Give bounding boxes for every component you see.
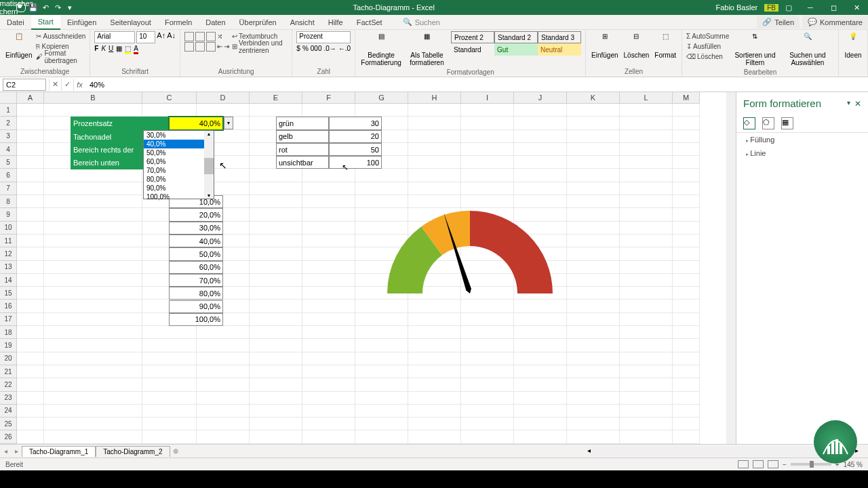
grid-cell[interactable] [461, 430, 514, 443]
cell-style-neutral[interactable]: Neutral [538, 43, 581, 56]
grid-cell[interactable] [567, 235, 620, 247]
column-header[interactable]: B [44, 92, 142, 104]
tab-formeln[interactable]: Formeln [158, 16, 199, 29]
table2-label[interactable]: grün [276, 117, 329, 129]
grid-cell[interactable] [408, 339, 461, 352]
grid-cell[interactable] [673, 392, 700, 405]
grid-cell[interactable] [461, 274, 514, 287]
grid-cell[interactable] [44, 182, 142, 195]
grid-cell[interactable] [461, 169, 514, 182]
grid-cell[interactable] [355, 222, 408, 235]
grid-cell[interactable] [250, 104, 302, 117]
grid-cell[interactable] [514, 208, 567, 221]
grid-cell[interactable] [461, 352, 514, 365]
grid-cell[interactable] [250, 300, 302, 312]
grid-cell[interactable] [514, 287, 567, 300]
grid-cell[interactable] [620, 247, 673, 260]
pane-fill-section[interactable]: Füllung [736, 133, 868, 146]
grid-cell[interactable] [408, 430, 461, 443]
view-pagelayout-button[interactable] [753, 460, 764, 468]
undo-icon[interactable]: ↶ [41, 3, 50, 12]
grid-cell[interactable] [142, 430, 197, 443]
grid-cell[interactable] [302, 274, 355, 287]
list-cell[interactable]: 90,0% [169, 300, 223, 313]
pane-line-section[interactable]: Linie [736, 146, 868, 160]
sort-filter-button[interactable]: ⇅Sortieren und Filtern [732, 31, 778, 68]
grid-cell[interactable] [673, 222, 700, 235]
grid-cell[interactable] [250, 287, 302, 300]
grid-cell[interactable] [355, 195, 408, 208]
grid-cell[interactable] [620, 430, 673, 443]
list-cell[interactable]: 10,0% [169, 195, 223, 208]
bold-button[interactable]: F [94, 45, 98, 54]
grid-cell[interactable] [673, 352, 700, 365]
grid-cell[interactable] [461, 143, 514, 156]
grid-cell[interactable] [302, 182, 355, 195]
grid-cell[interactable] [567, 430, 620, 443]
grid-cell[interactable] [408, 222, 461, 235]
font-size-select[interactable]: 10 [136, 31, 155, 43]
conditional-formatting-button[interactable]: ▤Bedingte Formatierung [359, 31, 402, 68]
cell-style-standard[interactable]: Standard [451, 43, 494, 56]
insert-cells-button[interactable]: ⊞Einfügen [590, 31, 619, 60]
grid-cell[interactable] [567, 300, 620, 312]
grid-cell[interactable] [302, 247, 355, 260]
grid-cell[interactable] [567, 326, 620, 339]
grid-cell[interactable] [567, 313, 620, 326]
align-bottom-icon[interactable] [206, 32, 216, 41]
tab-einfuegen[interactable]: Einfügen [60, 16, 103, 29]
grid-cell[interactable] [302, 418, 355, 430]
cell-b4[interactable]: Bereich rechts der [71, 143, 169, 157]
cell-c2[interactable]: 40,0% [169, 117, 223, 130]
grid-cell[interactable] [567, 117, 620, 129]
grid-cell[interactable] [514, 313, 567, 326]
grid-cell[interactable] [17, 130, 44, 143]
grid-cell[interactable] [461, 208, 514, 221]
table2-label[interactable]: unsichtbar [276, 156, 329, 169]
tab-daten[interactable]: Daten [199, 16, 232, 29]
grid-cell[interactable] [461, 339, 514, 352]
grid-cell[interactable] [302, 326, 355, 339]
autosum-button[interactable]: Σ AutoSumme [686, 31, 729, 41]
grid-cell[interactable] [567, 222, 620, 235]
increase-decimal-button[interactable]: .0→ [323, 45, 336, 52]
grid-cell[interactable] [44, 326, 142, 339]
grid-cell[interactable] [250, 378, 302, 391]
name-box[interactable]: C2 [3, 79, 46, 91]
list-cell[interactable]: 60,0% [169, 261, 223, 274]
grid-cell[interactable] [567, 418, 620, 430]
grid-cell[interactable] [673, 418, 700, 430]
grid-cell[interactable] [408, 130, 461, 143]
tell-me-search[interactable]: 🔍 Suchen [403, 18, 440, 26]
grid-cell[interactable] [302, 261, 355, 274]
grid-cell[interactable] [44, 235, 142, 247]
grid-cell[interactable] [302, 365, 355, 378]
ribbon-display-icon[interactable]: ▢ [785, 3, 792, 12]
grid-cell[interactable] [302, 313, 355, 326]
grid-cell[interactable] [620, 169, 673, 182]
grid-cell[interactable] [44, 418, 142, 430]
grid-cell[interactable] [142, 182, 197, 195]
grid-cell[interactable] [673, 156, 700, 169]
grid-cell[interactable] [408, 169, 461, 182]
row-header[interactable]: 21 [0, 365, 17, 378]
cell-style-prozent2[interactable]: Prozent 2 [451, 31, 494, 43]
grid-cell[interactable] [461, 195, 514, 208]
column-header[interactable]: A [17, 92, 44, 104]
grid-cell[interactable] [197, 326, 250, 339]
grid-cell[interactable] [620, 143, 673, 156]
grid-cell[interactable] [250, 365, 302, 378]
grid-cell[interactable] [620, 222, 673, 235]
grid-cell[interactable] [461, 261, 514, 274]
grid-cell[interactable] [17, 300, 44, 312]
grid-cell[interactable] [355, 208, 408, 221]
worksheet[interactable]: ABCDEFGHIJKLM 12345678910111213141516171… [0, 92, 736, 444]
grid-cell[interactable] [673, 339, 700, 352]
grid-cell[interactable] [514, 300, 567, 312]
grid-cell[interactable] [44, 261, 142, 274]
grid-cell[interactable] [302, 405, 355, 418]
border-button[interactable]: ▦ [116, 45, 122, 54]
grid-cell[interactable] [567, 143, 620, 156]
grid-cell[interactable] [620, 182, 673, 195]
grid-cell[interactable] [567, 392, 620, 405]
